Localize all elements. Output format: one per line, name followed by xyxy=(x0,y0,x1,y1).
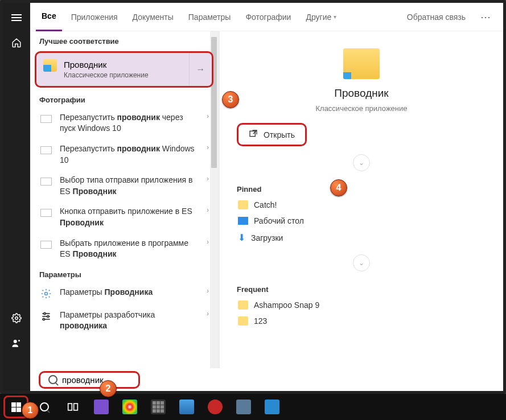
result-item[interactable]: Параметры Проводника› xyxy=(30,282,218,305)
results-list: Лучшее соответствие Проводник Классическ… xyxy=(30,31,218,391)
svg-rect-10 xyxy=(250,131,255,136)
image-icon xyxy=(40,209,52,217)
taskbar-app[interactable] xyxy=(231,396,256,418)
best-match-subtitle: Классическое приложение xyxy=(64,71,182,80)
result-item[interactable]: Параметры разработчика проводника› xyxy=(30,305,218,336)
preview-title: Проводник xyxy=(334,87,388,100)
result-item[interactable]: Выбор типа отправки приложения в ES Пров… xyxy=(30,170,218,201)
app-icon xyxy=(179,400,194,414)
start-sidebar xyxy=(3,3,30,391)
taskbar-app[interactable] xyxy=(203,396,228,418)
taskbar-app[interactable] xyxy=(89,396,114,418)
callout-badge: 3 xyxy=(222,91,239,108)
preview-pane: Проводник Классическое приложение Открыт… xyxy=(218,31,503,391)
taskbar-app[interactable] xyxy=(174,396,199,418)
callout-badge: 4 xyxy=(330,179,347,196)
expand-down-button[interactable]: ⌄ xyxy=(353,154,370,171)
image-icon xyxy=(40,241,52,249)
calculator-icon xyxy=(151,400,166,414)
app-icon xyxy=(236,400,251,414)
chrome-icon xyxy=(122,400,137,414)
expand-arrow-button[interactable]: → xyxy=(189,53,212,86)
home-button[interactable] xyxy=(5,31,28,54)
taskbar xyxy=(0,394,506,420)
image-icon xyxy=(40,115,52,123)
svg-point-1 xyxy=(14,340,17,343)
search-input[interactable] xyxy=(62,375,130,385)
feedback-link[interactable]: Обратная связь xyxy=(401,3,471,31)
frequent-header: Frequent xyxy=(237,285,486,294)
search-icon xyxy=(48,375,57,384)
task-view-button[interactable] xyxy=(60,396,85,418)
svg-point-7 xyxy=(47,315,49,317)
tab-more[interactable]: Другие ▾ xyxy=(300,3,342,31)
best-match-item[interactable]: Проводник Классическое приложение → xyxy=(35,51,213,88)
result-item[interactable]: Выбрать приложение в программе ES Провод… xyxy=(30,233,218,265)
tab-documents[interactable]: Документы xyxy=(127,3,179,31)
svg-rect-11 xyxy=(68,403,72,410)
chevron-right-icon: › xyxy=(207,112,209,120)
tab-photos[interactable]: Фотографии xyxy=(240,3,297,31)
section-settings: Параметры xyxy=(30,265,218,282)
gear-icon xyxy=(39,287,53,300)
pinned-item[interactable]: ⬇Загрузки xyxy=(237,229,486,246)
settings-button[interactable] xyxy=(5,307,28,330)
explorer-icon xyxy=(43,59,57,72)
frequent-item[interactable]: Ashampoo Snap 9 xyxy=(237,297,486,313)
result-item[interactable]: Кнопка отправить приложение в ES Проводн… xyxy=(30,201,218,233)
section-best-match: Лучшее соответствие xyxy=(30,31,218,49)
chevron-right-icon: › xyxy=(207,287,209,295)
section-photos: Фотографии xyxy=(30,90,218,108)
desktop-icon xyxy=(238,217,248,225)
open-icon xyxy=(249,129,258,140)
svg-point-2 xyxy=(18,340,20,341)
download-icon: ⬇ xyxy=(238,232,245,243)
svg-point-5 xyxy=(44,312,46,314)
account-button[interactable] xyxy=(5,332,28,355)
expand-down-button[interactable]: ⌄ xyxy=(353,254,370,271)
preview-subtitle: Классическое приложение xyxy=(315,104,407,113)
app-icon xyxy=(208,400,223,414)
svg-point-9 xyxy=(43,318,44,320)
chevron-right-icon: › xyxy=(207,175,209,183)
tab-settings[interactable]: Параметры xyxy=(183,3,237,31)
app-icon xyxy=(94,400,109,414)
menu-button[interactable] xyxy=(5,6,28,29)
chevron-right-icon: › xyxy=(207,143,209,151)
tab-all[interactable]: Все xyxy=(36,3,62,31)
open-button[interactable]: Открыть xyxy=(237,123,307,146)
best-match-title: Проводник xyxy=(64,59,182,71)
tab-apps[interactable]: Приложения xyxy=(65,3,124,31)
more-options-button[interactable]: ⋯ xyxy=(475,3,497,31)
result-item[interactable]: Перезапустить проводник Windows 10› xyxy=(30,139,218,170)
folder-icon xyxy=(238,300,248,310)
taskbar-app[interactable] xyxy=(146,396,171,418)
taskbar-app[interactable] xyxy=(260,396,285,418)
explorer-icon xyxy=(343,48,380,79)
result-item[interactable]: Перезапустить проводник через пуск Windo… xyxy=(30,108,218,139)
callout-badge: 2 xyxy=(100,380,117,397)
pinned-item[interactable]: Catch! xyxy=(237,197,486,213)
svg-rect-12 xyxy=(74,403,78,410)
chevron-right-icon: › xyxy=(207,206,209,214)
image-icon xyxy=(40,178,52,186)
filter-tabs: Все Приложения Документы Параметры Фотог… xyxy=(30,3,503,31)
search-bar xyxy=(34,368,228,391)
frequent-item[interactable]: 123 xyxy=(237,313,486,329)
app-icon xyxy=(265,400,279,414)
search-box[interactable] xyxy=(39,371,140,389)
callout-badge: 1 xyxy=(22,402,39,419)
folder-icon xyxy=(238,200,248,209)
taskbar-app[interactable] xyxy=(117,396,142,418)
folder-icon xyxy=(238,316,248,326)
image-icon xyxy=(40,146,52,154)
pinned-header: Pinned xyxy=(237,185,486,193)
pinned-item[interactable]: Рабочий стол xyxy=(237,213,486,229)
sliders-icon xyxy=(39,310,53,323)
chevron-right-icon: › xyxy=(207,310,209,318)
windows-icon xyxy=(11,402,21,412)
svg-point-3 xyxy=(45,292,48,295)
svg-point-0 xyxy=(15,317,18,320)
chevron-right-icon: › xyxy=(207,238,209,246)
chevron-down-icon: ▾ xyxy=(334,14,336,20)
